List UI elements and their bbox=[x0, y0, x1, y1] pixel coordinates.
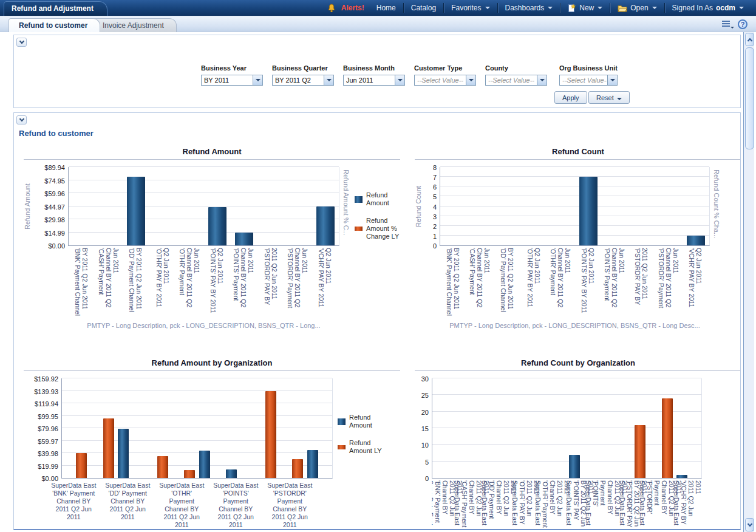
x-category-label: SuperData East 'DD' Payment Channel BY 2… bbox=[486, 480, 513, 529]
bar-blue[interactable] bbox=[676, 475, 687, 478]
reset-button[interactable]: Reset bbox=[588, 91, 630, 104]
help-icon[interactable]: ? bbox=[738, 19, 747, 29]
x-category-label: 'BNK' Payment Channel BY 2011 Q2 Jun 201… bbox=[68, 248, 95, 318]
org-business-unit-select[interactable]: --Select Value-- bbox=[559, 75, 618, 86]
tab-refund-to-customer[interactable]: Refund to customer bbox=[9, 18, 100, 32]
dropdown-arrow-icon[interactable] bbox=[253, 75, 262, 85]
x-category-label: SuperData East 'DD' Payment Channel BY 2… bbox=[104, 482, 151, 521]
dropdown-arrow-icon[interactable] bbox=[395, 75, 404, 85]
x-category-label: 'VCHR' PAY BY 2011 Q2 Jun 2011 bbox=[682, 248, 709, 318]
business-year-select[interactable]: BY 2011 bbox=[201, 75, 263, 86]
chart-refund-amount: Refund Amount Refund Amount $0.00$14.99$… bbox=[24, 145, 400, 329]
select-value: --Select Value-- bbox=[417, 77, 465, 84]
x-category-label: 'OTHR' PAY BY 2011 Q2 Jun 2011 bbox=[520, 248, 547, 318]
gridline bbox=[440, 186, 709, 186]
chart-title: Refund Count bbox=[415, 145, 741, 159]
dropdown-arrow-icon[interactable] bbox=[466, 75, 475, 85]
bar-orange[interactable] bbox=[662, 398, 673, 478]
bar-orange[interactable] bbox=[635, 425, 645, 478]
y-tick-label: $89.94 bbox=[44, 164, 65, 171]
menu-new[interactable]: New bbox=[562, 0, 608, 16]
bar-blue[interactable] bbox=[226, 469, 237, 478]
bar-blue[interactable] bbox=[235, 233, 253, 245]
gridline bbox=[440, 166, 709, 167]
scroll-up-button[interactable] bbox=[745, 33, 754, 46]
customer-type-select[interactable]: --Select Value-- bbox=[414, 75, 476, 86]
x-category-label: SuperData East 'OTHR' Payment Channel BY… bbox=[539, 480, 566, 529]
bar-blue[interactable] bbox=[316, 206, 335, 245]
collapse-section-button[interactable] bbox=[16, 38, 27, 47]
bar-orange[interactable] bbox=[265, 391, 276, 478]
menu-separator bbox=[497, 3, 498, 13]
chart-refund-count: Refund Count Refund Count 012345678 'BNK… bbox=[415, 145, 741, 329]
county-select[interactable]: --Select Value-- bbox=[485, 75, 547, 86]
menu-separator bbox=[560, 3, 560, 13]
gridline bbox=[432, 394, 701, 395]
bar-orange[interactable] bbox=[103, 418, 114, 478]
filter-label: Customer Type bbox=[414, 64, 482, 72]
bar-orange[interactable] bbox=[292, 459, 303, 478]
x-axis-labels: SuperData East 'BNK' Payment Channel BY … bbox=[432, 480, 702, 529]
menu-favorites-label: Favorites bbox=[451, 4, 481, 12]
menu-catalog[interactable]: Catalog bbox=[405, 0, 442, 16]
bar-blue[interactable] bbox=[118, 429, 129, 478]
alerts-item[interactable]: Alerts! bbox=[321, 0, 370, 16]
gridline bbox=[432, 378, 701, 378]
business-quarter-select[interactable]: BY 2011 Q2 bbox=[272, 75, 334, 86]
menu-dashboards[interactable]: Dashboards bbox=[499, 0, 559, 16]
page-toolbar: ? bbox=[722, 19, 747, 29]
bar-blue[interactable] bbox=[569, 455, 580, 478]
bar-blue[interactable] bbox=[199, 451, 210, 478]
x-category-label: 'DD' Payment Channel BY 2011 Q2 Jun 2011 bbox=[494, 248, 520, 318]
signed-in-as[interactable]: Signed In As ocdm bbox=[666, 0, 750, 16]
apply-button[interactable]: Apply bbox=[554, 91, 587, 104]
collapse-section-button[interactable] bbox=[16, 115, 27, 124]
chevron-up-icon bbox=[747, 38, 752, 43]
bar-blue[interactable] bbox=[687, 236, 705, 245]
y-axis: $0.00$14.99$29.98$44.97$59.96$74.95$89.9… bbox=[33, 167, 68, 246]
new-document-icon bbox=[568, 4, 576, 13]
menu-open[interactable]: Open bbox=[611, 0, 662, 16]
legend-swatch bbox=[355, 227, 363, 231]
dropdown-arrow-icon[interactable] bbox=[607, 75, 617, 85]
scrollbar-thumb[interactable] bbox=[745, 47, 754, 149]
vertical-scrollbar[interactable] bbox=[743, 32, 754, 532]
gridline bbox=[440, 176, 709, 177]
y-tick-label: $74.95 bbox=[44, 177, 65, 185]
x-category-label: 'OTHR' PAY BY 2011 Q2 Jun 2011 bbox=[149, 248, 177, 318]
y2-axis-title: Refund Count % Cha... bbox=[710, 167, 720, 238]
dropdown-arrow-icon[interactable] bbox=[324, 75, 333, 85]
filter-label: County bbox=[485, 64, 553, 72]
bar-blue[interactable] bbox=[579, 177, 598, 245]
bar-blue[interactable] bbox=[208, 207, 226, 245]
signed-in-user: ocdm bbox=[716, 4, 735, 12]
filter-business-year: Business Year BY 2011 bbox=[201, 64, 269, 86]
dashboard-title-tab[interactable]: Refund and Adjustment bbox=[4, 1, 107, 16]
chart-title-divider bbox=[24, 370, 400, 371]
x-category-label: 'POINTS' Payment Channel BY 2011 Q2 Jun … bbox=[230, 248, 257, 318]
chevron-down-icon bbox=[19, 117, 24, 121]
bar-orange[interactable] bbox=[157, 456, 168, 478]
filter-county: County --Select Value-- bbox=[485, 64, 553, 86]
x-axis-labels: 'BNK' Payment Channel BY 2011 Q2 Jun 201… bbox=[440, 248, 710, 318]
y-tick-label: 7 bbox=[433, 174, 437, 181]
x-category-label: 'PSTORDR' Payment Channel BY 2011 Q2 Jun… bbox=[284, 248, 312, 318]
menu-new-label: New bbox=[579, 4, 594, 12]
business-month-select[interactable]: Jun 2011 bbox=[343, 75, 405, 86]
menu-favorites[interactable]: Favorites bbox=[445, 0, 495, 16]
select-value: Jun 2011 bbox=[346, 77, 394, 84]
tab-invoice-adjustment[interactable]: Invoice Adjustment bbox=[92, 18, 177, 32]
bar-orange[interactable] bbox=[184, 470, 195, 478]
scroll-down-button[interactable] bbox=[745, 518, 754, 531]
plot-area bbox=[68, 167, 339, 246]
bar-blue[interactable] bbox=[307, 450, 318, 478]
menu-separator bbox=[664, 3, 665, 13]
menu-home[interactable]: Home bbox=[370, 0, 402, 16]
bar-orange[interactable] bbox=[76, 453, 87, 478]
dropdown-arrow-icon[interactable] bbox=[537, 75, 547, 85]
page-options-icon[interactable] bbox=[722, 20, 733, 29]
section-title: Refund to customer bbox=[19, 129, 94, 138]
select-value: BY 2011 Q2 bbox=[275, 77, 323, 84]
bar-blue[interactable] bbox=[127, 177, 145, 245]
y-tick-label: $14.99 bbox=[44, 230, 65, 237]
